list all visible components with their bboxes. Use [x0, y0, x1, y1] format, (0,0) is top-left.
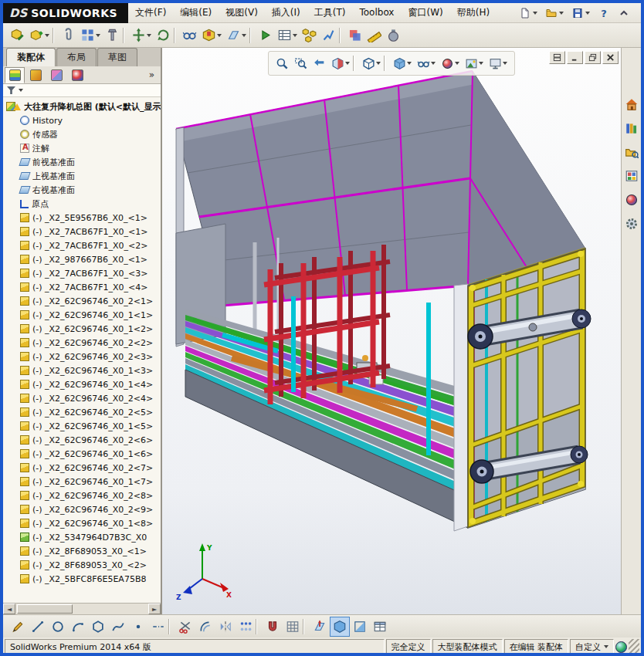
tree-item[interactable]: (-) _X2_62C96746_X0_1<2> — [6, 322, 161, 336]
tree-item[interactable]: 注解 — [6, 141, 161, 155]
tree-item[interactable]: (-) _X2_62C96746_X0_2<3> — [6, 350, 161, 364]
sketch-tool-button[interactable] — [263, 617, 283, 637]
toolbar-button[interactable] — [224, 25, 256, 46]
sketch-tool-button[interactable] — [195, 617, 215, 637]
tree-item[interactable]: (-) _X2_5347964D7B3C_X0 — [6, 530, 161, 544]
quick-access-button[interactable] — [595, 5, 613, 22]
task-pane-button[interactable] — [623, 167, 640, 184]
sketch-tool-button[interactable] — [68, 617, 88, 637]
tree-item[interactable]: (-) _X2_62C96746_X0_2<4> — [6, 391, 161, 405]
sketch-tool-button[interactable] — [128, 617, 148, 637]
command-tab[interactable]: 装配体 — [6, 48, 56, 66]
panel-overflow-button[interactable]: » — [144, 69, 159, 80]
toolbar-button[interactable] — [256, 25, 275, 46]
menu-item[interactable]: 工具(T) — [307, 3, 353, 22]
tree-item[interactable]: (-) _X2_62C96746_X0_2<9> — [6, 502, 161, 516]
tree-item[interactable]: (-) _X2_62C96746_X0_1<5> — [6, 419, 161, 433]
toolbar-button[interactable] — [103, 25, 129, 46]
sketch-tool-button[interactable] — [236, 616, 263, 637]
sketch-tool-button[interactable] — [88, 617, 108, 637]
sketch-tool-button[interactable] — [215, 617, 236, 637]
tree-item[interactable]: 传感器 — [6, 127, 161, 141]
menu-item[interactable]: Toolbox — [352, 3, 401, 22]
view-toolbar-button[interactable] — [273, 55, 291, 73]
tree-item[interactable]: (-) _X2_7ACB67F1_X0_<2> — [6, 238, 161, 252]
quick-access-button[interactable] — [516, 5, 541, 22]
tree-item[interactable]: (-) _X2_62C96746_X0_2<7> — [6, 461, 161, 475]
scroll-right-button[interactable]: ► — [148, 604, 161, 614]
task-pane-button[interactable] — [623, 120, 640, 137]
sketch-tool-button[interactable] — [310, 617, 330, 637]
tree-horizontal-scrollbar[interactable]: ◄ ► — [3, 603, 161, 614]
toolbar-button[interactable] — [384, 25, 403, 46]
tree-item[interactable]: (-) _X2_7ACB67F1_X0_<4> — [6, 280, 161, 294]
toolbar-button[interactable] — [154, 25, 180, 46]
tree-root-item[interactable]: 大往复升降机总图 (默认<默认_显示状态-1>) — [6, 100, 161, 113]
tree-item[interactable]: (-) _X2_62C96746_X0_2<5> — [6, 405, 161, 419]
sketch-tool-button[interactable] — [283, 616, 310, 637]
sketch-tool-button[interactable] — [330, 617, 350, 637]
menu-item[interactable]: 文件(F) — [128, 3, 173, 22]
tree-item[interactable]: (-) _X2_8F689053_X0_<1> — [6, 544, 161, 558]
tree-item[interactable]: (-) _X2_62C96746_X0_1<6> — [6, 447, 161, 461]
menu-item[interactable]: 编辑(E) — [173, 3, 219, 22]
tree-item[interactable]: (-) _X2_62C96746_X0_2<6> — [6, 433, 161, 447]
menu-item[interactable]: 插入(I) — [265, 3, 307, 22]
toolbar-button[interactable] — [129, 25, 154, 46]
toolbar-button[interactable] — [275, 25, 300, 46]
quick-access-button[interactable] — [542, 5, 567, 22]
panel-tab[interactable] — [5, 67, 25, 83]
toolbar-button[interactable] — [27, 25, 59, 46]
view-toolbar-button[interactable] — [463, 55, 486, 73]
quick-access-button[interactable] — [568, 5, 593, 22]
task-pane-button[interactable] — [623, 96, 640, 113]
sketch-tool-button[interactable] — [108, 617, 128, 637]
model-3d-view[interactable]: Y X Z — [162, 48, 621, 614]
tree-item[interactable]: (-) _X2_62C96746_X0_2<8> — [6, 489, 161, 502]
document-window-button[interactable] — [585, 51, 601, 64]
menu-item[interactable]: 帮助(H) — [450, 3, 497, 22]
toolbar-button[interactable] — [345, 25, 364, 46]
sketch-tool-button[interactable] — [350, 617, 370, 637]
command-tab[interactable]: 草图 — [97, 48, 137, 66]
view-toolbar-button[interactable] — [310, 55, 328, 73]
sketch-tool-button[interactable] — [148, 616, 175, 637]
toolbar-button[interactable] — [319, 25, 345, 46]
panel-tab[interactable] — [25, 67, 46, 83]
view-toolbar-button[interactable] — [391, 55, 414, 73]
view-toolbar-button[interactable] — [360, 53, 390, 73]
toolbar-button[interactable] — [78, 25, 103, 46]
toolbar-button[interactable] — [180, 25, 199, 46]
view-toolbar-button[interactable] — [292, 55, 310, 73]
tree-item[interactable]: (-) _X2_62C96746_X0_1<7> — [6, 475, 161, 489]
sketch-tool-button[interactable] — [370, 617, 390, 637]
quick-access-button[interactable] — [615, 5, 633, 22]
scrollbar-thumb[interactable] — [17, 604, 73, 614]
toolbar-button[interactable] — [59, 25, 78, 46]
view-toolbar-button[interactable] — [486, 55, 510, 73]
task-pane-button[interactable] — [623, 191, 640, 208]
toolbar-button[interactable] — [364, 25, 384, 46]
panel-tab[interactable] — [46, 67, 66, 83]
tree-item[interactable]: (-) _X2_62C96746_X0_2<2> — [6, 336, 161, 350]
tree-filter-bar[interactable] — [3, 84, 161, 97]
toolbar-button[interactable] — [300, 25, 319, 46]
scrollbar-track[interactable] — [15, 604, 148, 614]
tree-item[interactable]: (-) _X2_7ACB67F1_X0_<1> — [6, 225, 161, 238]
tree-item[interactable]: (-) _X2_8F689053_X0_<2> — [6, 558, 161, 572]
tree-item[interactable]: (-) _X2_62C96746_X0_1<3> — [6, 364, 161, 377]
menu-item[interactable]: 窗口(W) — [401, 3, 449, 22]
sketch-tool-button[interactable] — [28, 617, 48, 637]
command-tab[interactable]: 布局 — [56, 48, 97, 66]
sketch-tool-button[interactable] — [48, 617, 68, 637]
sketch-tool-button[interactable] — [8, 617, 28, 637]
view-toolbar-button[interactable] — [329, 53, 359, 73]
tree-item[interactable]: 右视基准面 — [6, 183, 161, 197]
graphics-viewport[interactable]: Y X Z — [162, 48, 621, 614]
view-toolbar-button[interactable] — [439, 55, 462, 73]
feature-tree[interactable]: 大往复升降机总图 (默认<默认_显示状态-1>) History 传感器 注解 — [3, 97, 161, 603]
view-toolbar-button[interactable] — [415, 55, 438, 73]
scroll-left-button[interactable]: ◄ — [3, 604, 15, 614]
tree-item[interactable]: (-) _X2_62C96746_X0_1<4> — [6, 377, 161, 391]
tree-item[interactable]: (-) _X2_62C96746_X0_2<1> — [6, 294, 161, 308]
